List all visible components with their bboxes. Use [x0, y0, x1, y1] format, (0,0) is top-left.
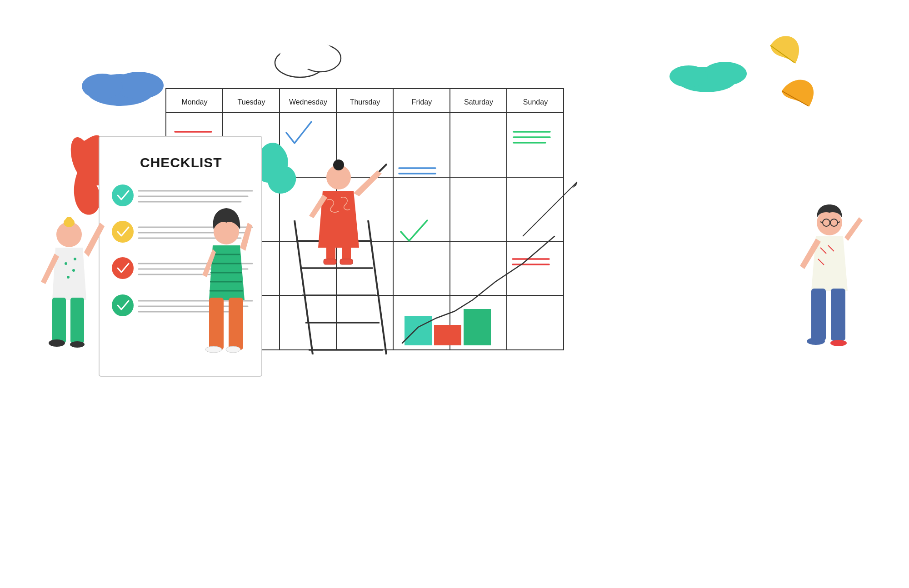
- svg-point-75: [214, 219, 239, 244]
- svg-point-52: [112, 221, 134, 243]
- leaf-yellow: [764, 27, 804, 68]
- trend-arrow: [518, 179, 582, 239]
- svg-point-0: [86, 74, 155, 106]
- cloud-outline: [280, 45, 336, 73]
- svg-point-9: [669, 65, 708, 87]
- svg-point-72: [72, 269, 75, 272]
- svg-point-92: [326, 165, 351, 189]
- svg-rect-42: [434, 325, 461, 345]
- svg-rect-108: [811, 289, 826, 341]
- svg-line-104: [838, 222, 840, 223]
- svg-rect-95: [326, 246, 335, 260]
- svg-point-93: [333, 159, 344, 170]
- svg-text:Monday: Monday: [182, 98, 208, 106]
- svg-point-84: [226, 346, 240, 353]
- svg-point-2: [82, 74, 123, 99]
- svg-line-10: [770, 45, 794, 63]
- svg-line-44: [523, 182, 577, 236]
- svg-point-3: [275, 48, 325, 77]
- svg-text:Sunday: Sunday: [523, 98, 548, 106]
- svg-point-7: [677, 67, 736, 92]
- svg-point-70: [70, 341, 85, 348]
- svg-point-4: [300, 45, 341, 72]
- svg-point-56: [112, 257, 134, 279]
- svg-marker-45: [572, 182, 577, 189]
- orange-blob: [64, 123, 116, 214]
- svg-point-99: [817, 210, 842, 235]
- svg-point-5: [280, 44, 325, 70]
- person-right: [804, 204, 859, 350]
- cloud-blue: [82, 73, 152, 105]
- person-left: [45, 218, 100, 354]
- svg-point-8: [703, 62, 747, 85]
- svg-rect-43: [464, 309, 491, 345]
- svg-rect-81: [209, 298, 224, 350]
- svg-text:Saturday: Saturday: [464, 98, 493, 106]
- calendar-day-monday: Monday: [166, 89, 223, 350]
- svg-point-48: [112, 184, 134, 206]
- person-center-left: [200, 218, 255, 354]
- teal-blob: [252, 136, 298, 200]
- svg-rect-12: [166, 89, 564, 350]
- svg-point-74: [74, 258, 76, 260]
- svg-rect-98: [340, 259, 353, 264]
- checklist-card: CHECKLIST: [99, 136, 262, 376]
- svg-point-69: [49, 339, 65, 347]
- svg-rect-67: [52, 298, 66, 343]
- svg-rect-46: [99, 136, 262, 376]
- svg-line-11: [782, 91, 808, 106]
- svg-point-73: [67, 276, 70, 279]
- svg-point-111: [830, 340, 847, 346]
- svg-line-86: [368, 220, 386, 354]
- svg-rect-96: [342, 246, 351, 260]
- svg-point-6: [298, 42, 334, 65]
- svg-point-60: [112, 294, 134, 316]
- calendar: [166, 89, 564, 350]
- svg-text:CHECKLIST: CHECKLIST: [140, 155, 222, 170]
- person-on-ladder: [314, 164, 391, 354]
- cloud-teal: [673, 66, 734, 93]
- svg-line-85: [295, 220, 313, 354]
- svg-rect-109: [831, 289, 845, 341]
- svg-line-94: [380, 164, 386, 171]
- svg-point-66: [65, 217, 73, 224]
- svg-line-103: [820, 222, 823, 223]
- svg-rect-68: [70, 298, 84, 343]
- svg-line-107: [818, 259, 824, 265]
- svg-rect-82: [229, 298, 243, 350]
- svg-rect-40: [402, 300, 509, 345]
- svg-line-105: [820, 248, 826, 254]
- svg-point-71: [65, 262, 67, 265]
- svg-rect-97: [324, 259, 336, 264]
- svg-text:Thursday: Thursday: [350, 98, 380, 106]
- calendar-day-thursday: Thursday: [336, 89, 393, 350]
- svg-point-64: [56, 222, 82, 247]
- svg-point-1: [114, 72, 164, 99]
- svg-text:Tuesday: Tuesday: [238, 98, 265, 106]
- svg-point-65: [64, 218, 75, 227]
- svg-text:Wednesday: Wednesday: [289, 98, 327, 106]
- svg-point-83: [205, 346, 222, 353]
- leaf-orange: [777, 70, 818, 111]
- svg-point-100: [823, 219, 830, 226]
- illustration-container: CHECKLIST Monday Thursday: [0, 0, 909, 588]
- bar-chart: [400, 298, 509, 350]
- svg-point-110: [807, 338, 825, 345]
- ladder: [293, 218, 389, 354]
- svg-point-101: [830, 219, 838, 226]
- svg-text:Friday: Friday: [412, 98, 432, 106]
- svg-line-106: [828, 245, 834, 251]
- svg-rect-41: [405, 316, 432, 345]
